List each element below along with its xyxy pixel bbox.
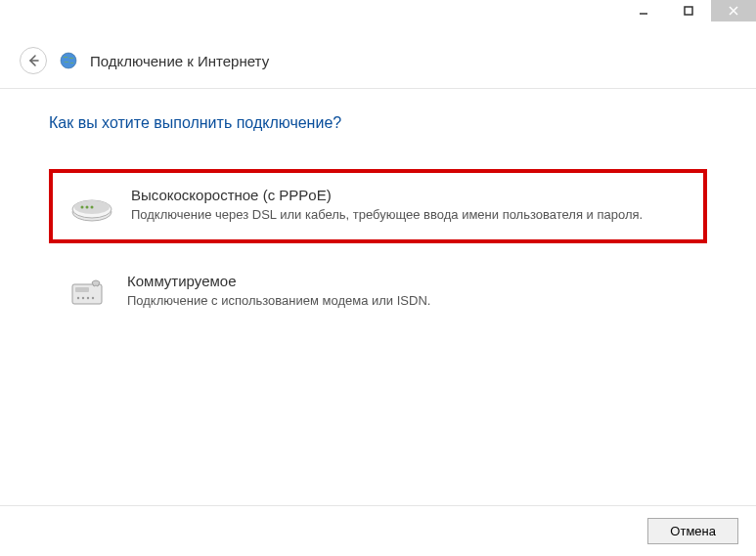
option-description: Подключение с использованием модема или … [127,292,689,310]
svg-point-10 [81,206,84,209]
phone-modem-icon [67,275,110,310]
dialog-footer: Отмена [0,505,756,556]
svg-point-17 [87,297,89,299]
option-title: Высокоскоростное (с PPPoE) [131,187,686,203]
svg-point-18 [92,297,94,299]
option-text: Коммутируемое Подключение с использовани… [127,273,689,310]
svg-rect-14 [75,287,89,292]
cancel-button[interactable]: Отмена [647,518,738,544]
svg-rect-1 [685,7,692,15]
modem-icon [70,189,113,224]
svg-point-12 [91,206,94,209]
svg-point-16 [82,297,84,299]
option-title: Коммутируемое [127,273,689,289]
dialog-content: Как вы хотите выполнить подключение? Выс… [0,89,756,345]
option-pppoe[interactable]: Высокоскоростное (с PPPoE) Подключение ч… [49,169,707,243]
option-description: Подключение через DSL или кабель, требую… [131,206,686,224]
svg-point-11 [86,206,89,209]
close-button[interactable] [711,0,756,21]
option-text: Высокоскоростное (с PPPoE) Подключение ч… [131,187,686,224]
option-dialup[interactable]: Коммутируемое Подключение с использовани… [49,259,707,325]
globe-icon [59,51,78,70]
titlebar [0,0,756,29]
question-text: Как вы хотите выполнить подключение? [49,114,707,132]
minimize-button[interactable] [621,0,666,21]
dialog-title: Подключение к Интернету [90,53,269,69]
back-button[interactable] [20,47,47,74]
svg-point-15 [77,297,79,299]
dialog-header: Подключение к Интернету [0,29,756,89]
maximize-button[interactable] [666,0,711,21]
